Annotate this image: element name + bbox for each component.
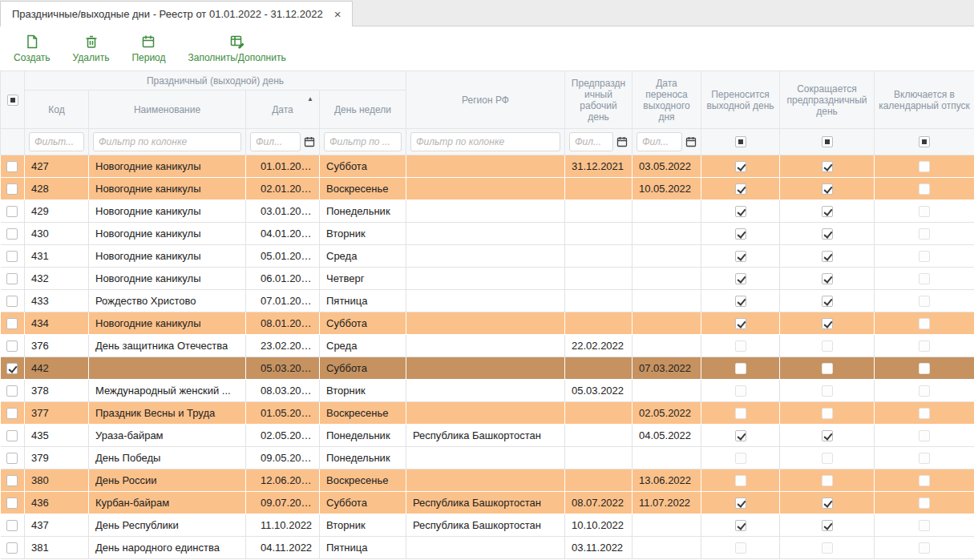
vacation-checkbox[interactable] [919, 318, 930, 329]
table-row[interactable]: 436Курбан-байрам09.07.2022СубботаРеспубл… [1, 492, 974, 514]
cell-shorten-day[interactable] [780, 245, 875, 268]
table-row[interactable]: 378Международный женский ...08.03.2022Вт… [1, 380, 974, 402]
cell-move-day[interactable] [701, 335, 780, 357]
cell-vacation[interactable] [875, 514, 974, 537]
row-select-cell[interactable] [1, 200, 25, 223]
table-row[interactable]: 44205.03.2022Суббота07.03.2022 [1, 357, 974, 380]
column-header-transfer-date[interactable]: Дата переноса выходного дня [632, 71, 701, 129]
transfer-filter-calendar-button[interactable] [685, 136, 697, 147]
cell-move-day[interactable] [701, 268, 780, 290]
cell-move-day[interactable] [701, 492, 780, 514]
row-select-checkbox[interactable] [6, 273, 18, 284]
table-row[interactable]: 430Новогодние каникулы04.01.2022Вторник [1, 223, 974, 245]
row-select-checkbox[interactable] [6, 475, 18, 486]
table-row[interactable]: 379День Победы09.05.2022Понедельник [1, 447, 974, 469]
vacation-checkbox[interactable] [919, 408, 930, 419]
shorten-day-checkbox[interactable] [822, 520, 833, 531]
cell-vacation[interactable] [875, 447, 974, 469]
cell-shorten-day[interactable] [780, 357, 875, 380]
move-day-checkbox[interactable] [735, 206, 746, 217]
cell-vacation[interactable] [875, 425, 974, 447]
period-button[interactable]: Период [124, 31, 172, 66]
row-select-checkbox[interactable] [6, 542, 18, 554]
vacation-filter-checkbox[interactable] [919, 136, 930, 147]
row-select-checkbox[interactable] [6, 453, 18, 464]
move-day-checkbox[interactable] [735, 228, 746, 240]
row-select-checkbox[interactable] [6, 251, 18, 262]
vacation-checkbox[interactable] [919, 251, 930, 262]
row-select-cell[interactable] [1, 537, 25, 559]
row-select-cell[interactable] [1, 425, 25, 447]
cell-move-day[interactable] [701, 469, 780, 492]
cell-move-day[interactable] [701, 447, 780, 469]
date-filter-calendar-button[interactable] [304, 136, 315, 147]
cell-vacation[interactable] [875, 200, 974, 223]
move-day-checkbox[interactable] [735, 408, 746, 419]
shorten-day-checkbox[interactable] [822, 453, 833, 464]
cell-vacation[interactable] [875, 380, 974, 402]
row-select-checkbox[interactable] [6, 296, 18, 307]
move-day-checkbox[interactable] [735, 542, 746, 554]
row-select-checkbox[interactable] [6, 318, 18, 329]
row-select-cell[interactable] [1, 245, 25, 268]
cell-vacation[interactable] [875, 357, 974, 380]
cell-vacation[interactable] [875, 245, 974, 268]
column-header-vacation[interactable]: Включается в календарный отпуск [875, 71, 974, 129]
row-select-cell[interactable] [1, 155, 25, 178]
row-select-cell[interactable] [1, 492, 25, 514]
cell-move-day[interactable] [701, 402, 780, 425]
table-row[interactable]: 376День защитника Отечества23.02.2022Сре… [1, 335, 974, 357]
row-select-checkbox[interactable] [6, 498, 18, 509]
shorten-day-checkbox[interactable] [822, 340, 833, 352]
vacation-checkbox[interactable] [919, 453, 930, 464]
column-header-name[interactable]: Наименование [89, 91, 246, 129]
cell-move-day[interactable] [701, 357, 780, 380]
table-row[interactable]: 381День народного единства04.11.2022Пятн… [1, 537, 974, 559]
cell-vacation[interactable] [875, 178, 974, 200]
row-select-cell[interactable] [1, 268, 25, 290]
column-header-weekday[interactable]: День недели [320, 91, 406, 129]
cell-move-day[interactable] [701, 223, 780, 245]
cell-move-day[interactable] [701, 178, 780, 200]
cell-move-day[interactable] [701, 200, 780, 223]
cell-shorten-day[interactable] [780, 268, 875, 290]
move-day-checkbox[interactable] [735, 430, 746, 441]
cell-shorten-day[interactable] [780, 514, 875, 537]
vacation-checkbox[interactable] [919, 363, 930, 374]
row-select-checkbox[interactable] [6, 363, 18, 374]
row-select-checkbox[interactable] [6, 228, 18, 240]
cell-shorten-day[interactable] [780, 155, 875, 178]
table-row[interactable]: 433Рождество Христово07.01.2022Пятница [1, 290, 974, 312]
vacation-checkbox[interactable] [919, 542, 930, 554]
move-day-checkbox[interactable] [735, 498, 746, 509]
cell-move-day[interactable] [701, 312, 780, 335]
shorten-day-checkbox[interactable] [822, 498, 833, 509]
cell-shorten-day[interactable] [780, 312, 875, 335]
table-row[interactable]: 435Ураза-байрам02.05.2022ПонедельникРесп… [1, 425, 974, 447]
select-all-checkbox[interactable] [7, 95, 18, 106]
cell-shorten-day[interactable] [780, 425, 875, 447]
row-select-cell[interactable] [1, 514, 25, 537]
move-day-checkbox[interactable] [735, 363, 746, 374]
tab-holidays-registry[interactable]: Праздничные/выходные дни - Реестр от 01.… [0, 1, 353, 26]
shorten-day-checkbox[interactable] [822, 296, 833, 307]
cell-shorten-day[interactable] [780, 178, 875, 200]
table-row[interactable]: 437День Республики11.10.2022ВторникРеспу… [1, 514, 974, 537]
cell-vacation[interactable] [875, 469, 974, 492]
vacation-checkbox[interactable] [919, 228, 930, 240]
move-day-checkbox[interactable] [735, 340, 746, 352]
pre-work-filter-calendar-button[interactable] [616, 136, 628, 147]
cell-shorten-day[interactable] [780, 200, 875, 223]
row-select-cell[interactable] [1, 335, 25, 357]
cell-move-day[interactable] [701, 537, 780, 559]
vacation-checkbox[interactable] [919, 340, 930, 352]
row-select-cell[interactable] [1, 469, 25, 492]
tab-close-icon[interactable]: × [334, 8, 342, 20]
fill-append-button[interactable]: Заполнить/Дополнить [181, 31, 293, 66]
cell-move-day[interactable] [701, 245, 780, 268]
table-row[interactable]: 377Праздник Весны и Труда01.05.2022Воскр… [1, 402, 974, 425]
shorten-day-checkbox[interactable] [822, 206, 833, 217]
row-select-cell[interactable] [1, 312, 25, 335]
shorten-day-checkbox[interactable] [822, 363, 833, 374]
row-select-checkbox[interactable] [6, 183, 18, 195]
